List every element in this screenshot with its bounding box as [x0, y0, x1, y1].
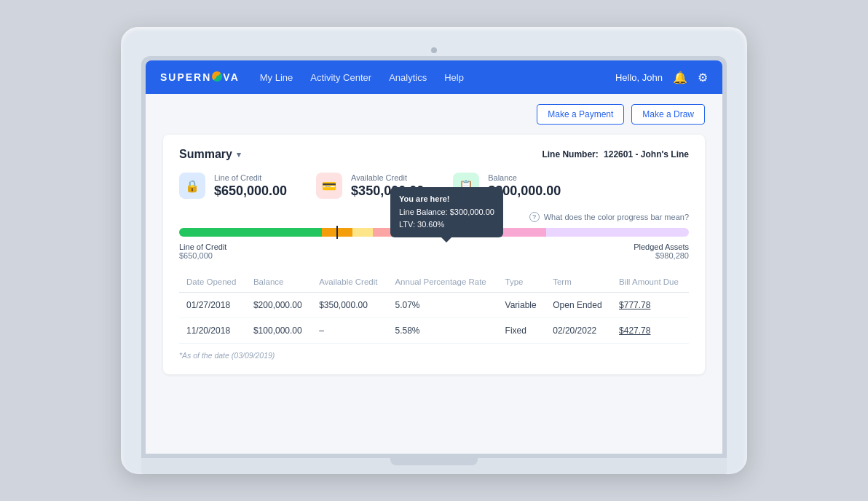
- progress-pledged-value: $980,280: [634, 251, 689, 260]
- laptop-screen: SUPERN VA My Line Activity Center Analyt…: [146, 60, 722, 454]
- tooltip-line2: Line Balance: $300,000.00: [399, 206, 494, 219]
- row2-date: 11/20/2018: [179, 318, 246, 344]
- row1-bill[interactable]: $777.78: [612, 293, 689, 318]
- col-type: Type: [498, 272, 546, 293]
- metric-loc-value: $650,000.00: [214, 184, 287, 199]
- row2-avail-credit: –: [312, 318, 387, 344]
- line-number-value: 122601 - John's Line: [604, 149, 689, 159]
- table-header-row: Date Opened Balance Available Credit Ann…: [179, 272, 689, 293]
- progress-help-text[interactable]: What does the color progress bar mean?: [544, 213, 689, 221]
- progress-labels: Line of Credit $650,000 Pledged Assets $…: [179, 242, 689, 260]
- metric-loc-label: Line of Credit: [214, 173, 287, 182]
- help-circle-icon[interactable]: ?: [529, 212, 540, 222]
- col-date-opened: Date Opened: [179, 272, 246, 293]
- row1-avail-credit: $350,000.00: [312, 293, 387, 318]
- user-greeting: Hello, John: [615, 72, 663, 83]
- col-bill-amount: Bill Amount Due: [612, 272, 689, 293]
- metric-line-of-credit: 🔒 Line of Credit $650,000.00: [179, 173, 287, 199]
- bell-icon[interactable]: 🔔: [673, 71, 687, 84]
- col-apr: Annual Percentage Rate: [387, 272, 497, 293]
- row2-balance: $100,000.00: [246, 318, 312, 344]
- tooltip-line1: You are here!: [399, 193, 494, 206]
- metric-avail-label: Available Credit: [351, 173, 424, 182]
- col-term: Term: [545, 272, 612, 293]
- summary-title-text: Summary: [179, 148, 232, 161]
- main-content: Make a Payment Make a Draw Summary ▾ Lin…: [146, 94, 722, 389]
- row1-apr: 5.07%: [387, 293, 497, 318]
- summary-card: Summary ▾ Line Number: 122601 - John's L…: [163, 135, 705, 374]
- nav-analytics[interactable]: Analytics: [389, 72, 427, 83]
- laptop-base: [141, 458, 727, 474]
- nav-right: Hello, John 🔔 ⚙: [615, 71, 708, 84]
- table-row: 11/20/2018 $100,000.00 – 5.58% Fixed 02/…: [179, 318, 689, 344]
- logo-text-before: SUPERN: [160, 71, 211, 83]
- logo-text-after: VA: [223, 71, 239, 83]
- line-number-info: Line Number: 122601 - John's Line: [542, 149, 689, 159]
- navbar: SUPERN VA My Line Activity Center Analyt…: [146, 60, 722, 94]
- metric-bal-label: Balance: [488, 173, 561, 182]
- laptop-screen-border: SUPERN VA My Line Activity Center Analyt…: [141, 56, 727, 458]
- logo: SUPERN VA: [160, 71, 240, 83]
- progress-label-left: Line of Credit $650,000: [179, 242, 226, 260]
- top-actions: Make a Payment Make a Draw: [163, 104, 705, 125]
- nav-activity-center[interactable]: Activity Center: [310, 72, 371, 83]
- progress-tooltip: You are here! Line Balance: $300,000.00 …: [390, 187, 503, 237]
- line-of-credit-icon: 🔒: [179, 173, 205, 199]
- make-payment-button[interactable]: Make a Payment: [537, 104, 624, 125]
- logo-icon: [212, 71, 222, 82]
- summary-dropdown-arrow[interactable]: ▾: [237, 150, 241, 159]
- progress-marker: [336, 226, 338, 239]
- available-credit-icon: 💳: [316, 173, 342, 199]
- laptop-frame: SUPERN VA My Line Activity Center Analyt…: [121, 27, 747, 474]
- make-draw-button[interactable]: Make a Draw: [631, 104, 705, 125]
- row1-balance: $200,000.00: [246, 293, 312, 318]
- progress-loc-label: Line of Credit: [179, 242, 226, 251]
- col-available-credit: Available Credit: [312, 272, 387, 293]
- row1-date: 01/27/2018: [179, 293, 246, 318]
- nav-my-line[interactable]: My Line: [260, 72, 293, 83]
- gear-icon[interactable]: ⚙: [698, 71, 708, 84]
- row2-bill[interactable]: $427.78: [612, 318, 689, 344]
- progress-loc-value: $650,000: [179, 251, 226, 260]
- tooltip-container: You are here! Line Balance: $300,000.00 …: [179, 228, 689, 237]
- metric-loc-info: Line of Credit $650,000.00: [214, 173, 287, 199]
- progress-label-right: Pledged Assets $980,280: [634, 242, 689, 260]
- footnote: *As of the date (03/09/2019): [179, 351, 689, 360]
- summary-table: Date Opened Balance Available Credit Ann…: [179, 272, 689, 344]
- col-balance: Balance: [246, 272, 312, 293]
- row2-term: 02/20/2022: [545, 318, 612, 344]
- table-row: 01/27/2018 $200,000.00 $350,000.00 5.07%…: [179, 293, 689, 318]
- laptop-camera: [431, 47, 437, 53]
- nav-links: My Line Activity Center Analytics Help: [260, 72, 615, 83]
- row1-type: Variable: [498, 293, 546, 318]
- row2-type: Fixed: [498, 318, 546, 344]
- nav-help[interactable]: Help: [444, 72, 464, 83]
- summary-header: Summary ▾ Line Number: 122601 - John's L…: [179, 148, 689, 161]
- progress-pledged-label: Pledged Assets: [634, 242, 689, 251]
- row1-term: Open Ended: [545, 293, 612, 318]
- row2-apr: 5.58%: [387, 318, 497, 344]
- line-number-label: Line Number:: [542, 149, 598, 159]
- tooltip-line3: LTV: 30.60%: [399, 218, 494, 232]
- summary-title-group: Summary ▾: [179, 148, 241, 161]
